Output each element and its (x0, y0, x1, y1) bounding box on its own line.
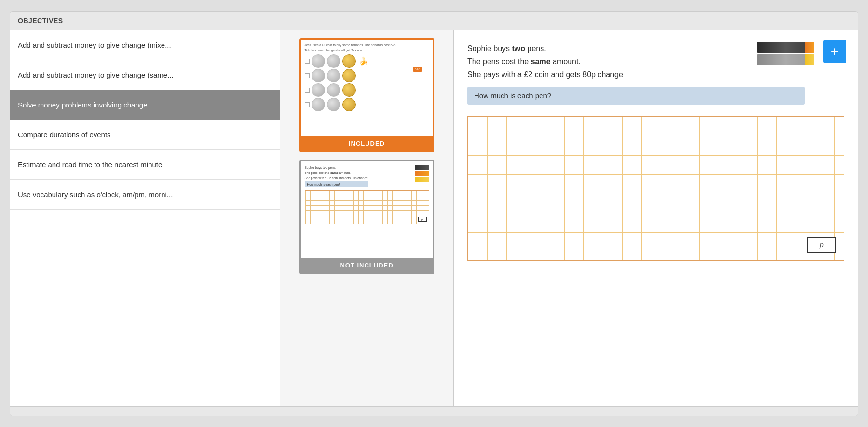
checkbox-2[interactable] (305, 73, 310, 78)
coin-row-1: 🍌 64p (305, 54, 429, 68)
thumb1-content: Jess uses a £1 coin to buy some bananas.… (301, 40, 433, 136)
mini-pen-orange (415, 171, 429, 176)
card-not-included-label: NOT INCLUDED (301, 258, 433, 273)
sidebar-item-3[interactable]: Solve money problems involving change (10, 90, 280, 120)
card-included-thumbnail: Jess uses a £1 coin to buy some bananas.… (301, 40, 433, 136)
middle-panel: Jess uses a £1 coin to buy some bananas.… (280, 30, 454, 406)
sidebar-item-5[interactable]: Estimate and read time to the nearest mi… (10, 150, 280, 180)
question-line-1: Sophie buys two pens. (467, 42, 795, 55)
coin-silver-7 (312, 98, 325, 111)
card-included-label: INCLUDED (301, 136, 433, 151)
card-not-included-thumbnail: Sophie buys two pens. The pens cost the … (301, 161, 433, 258)
coin-gold-1 (342, 54, 356, 68)
mini-pen-dark (415, 165, 429, 170)
answer-placeholder-box: p (807, 237, 836, 253)
coin-silver-5 (312, 83, 325, 97)
question-highlight: How much is each pen? (467, 87, 805, 105)
sidebar-item-4[interactable]: Compare durations of events (10, 120, 280, 150)
checkbox-4[interactable] (305, 102, 310, 107)
page-title: OBJECTIVES (18, 17, 63, 25)
main-container: OBJECTIVES Add and subtract money to giv… (10, 11, 858, 416)
coin-silver-6 (327, 83, 340, 97)
checkbox-1[interactable] (305, 59, 310, 64)
answer-grid: p (467, 116, 844, 261)
coin-silver-3 (312, 69, 325, 82)
coin-row-4 (305, 98, 429, 111)
mini-pens (415, 165, 429, 182)
sidebar-item-6[interactable]: Use vocabulary such as o'clock, am/pm, m… (10, 180, 280, 210)
checkbox-3[interactable] (305, 88, 310, 93)
thumb2-answer-box: p (418, 217, 427, 222)
question-line-2: The pens cost the same amount. (467, 55, 795, 68)
pen-dark (757, 42, 814, 53)
footer-bar (10, 406, 858, 416)
answer-grid-lines (468, 117, 844, 260)
price-badge: 64p (413, 67, 422, 72)
coin-gold-4 (342, 98, 356, 111)
pen-yellow (757, 54, 814, 65)
mini-pen-yellow (415, 177, 429, 182)
coin-silver-2 (327, 54, 340, 68)
right-panel: + Sophie buys two pens. The pens cost th… (454, 30, 858, 406)
sidebar-item-2[interactable]: Add and subtract money to give change (s… (10, 60, 280, 90)
coin-silver-8 (327, 98, 340, 111)
coin-silver-1 (312, 54, 325, 68)
sidebar: Add and subtract money to give change (m… (10, 30, 280, 406)
content-row: Add and subtract money to give change (m… (10, 30, 858, 406)
thumb2-content: Sophie buys two pens. The pens cost the … (301, 161, 433, 258)
card-included[interactable]: Jess uses a £1 coin to buy some bananas.… (299, 38, 434, 152)
coin-row-3 (305, 83, 429, 97)
header: OBJECTIVES (10, 12, 858, 30)
banana-emoji: 🍌 (359, 56, 368, 66)
question-line-3: She pays with a £2 coin and gets 80p cha… (467, 68, 795, 81)
add-button[interactable]: + (823, 40, 846, 63)
coin-silver-4 (327, 69, 340, 82)
sidebar-item-1[interactable]: Add and subtract money to give change (m… (10, 30, 280, 60)
pens-display (757, 42, 814, 65)
coin-gold-3 (342, 83, 356, 97)
question-text-block: Sophie buys two pens. The pens cost the … (467, 42, 795, 81)
thumb2-answer-grid: p (305, 190, 429, 224)
coin-gold-2 (342, 69, 356, 82)
coin-row-2 (305, 69, 429, 82)
card-not-included[interactable]: Sophie buys two pens. The pens cost the … (299, 160, 434, 274)
